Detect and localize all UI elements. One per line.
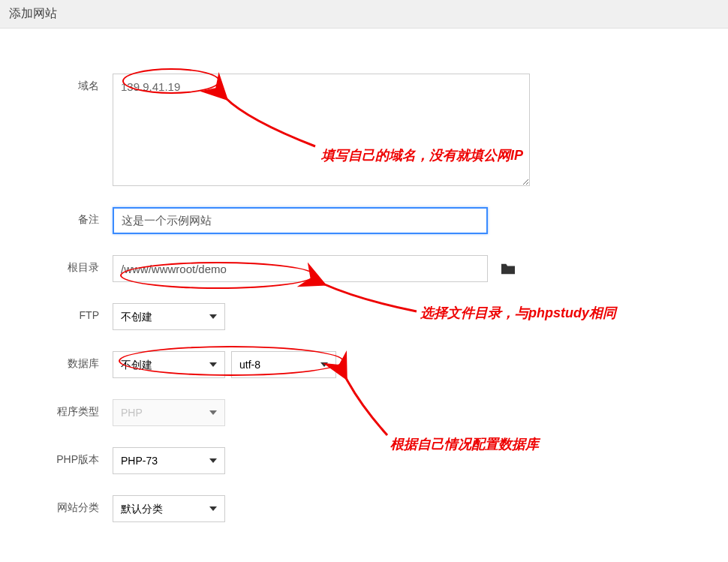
root-label: 根目录 [30, 255, 113, 275]
site-category-select[interactable]: 默认分类 [113, 495, 225, 522]
db-label: 数据库 [30, 351, 113, 371]
ptype-label: 程序类型 [30, 399, 113, 419]
db-select[interactable]: 不创建 [113, 351, 225, 378]
root-dir-input[interactable] [113, 255, 488, 282]
remark-label: 备注 [30, 207, 113, 227]
folder-icon[interactable] [500, 262, 516, 275]
dialog-header: 添加网站 [0, 0, 728, 29]
domain-input[interactable]: 139.9.41.19 [113, 74, 530, 186]
remark-input[interactable] [113, 207, 488, 234]
phpver-label: PHP版本 [30, 447, 113, 467]
add-site-form: 域名 139.9.41.19 备注 根目录 FTP 不创建 数据库 [0, 29, 728, 558]
ftp-select[interactable]: 不创建 [113, 303, 225, 330]
ftp-label: FTP [30, 303, 113, 321]
program-type-select: PHP [113, 399, 225, 426]
php-version-select[interactable]: PHP-73 [113, 447, 225, 474]
dialog-title: 添加网站 [9, 7, 57, 20]
domain-label: 域名 [30, 74, 113, 93]
db-charset-select[interactable]: utf-8 [231, 351, 336, 378]
category-label: 网站分类 [30, 495, 113, 515]
